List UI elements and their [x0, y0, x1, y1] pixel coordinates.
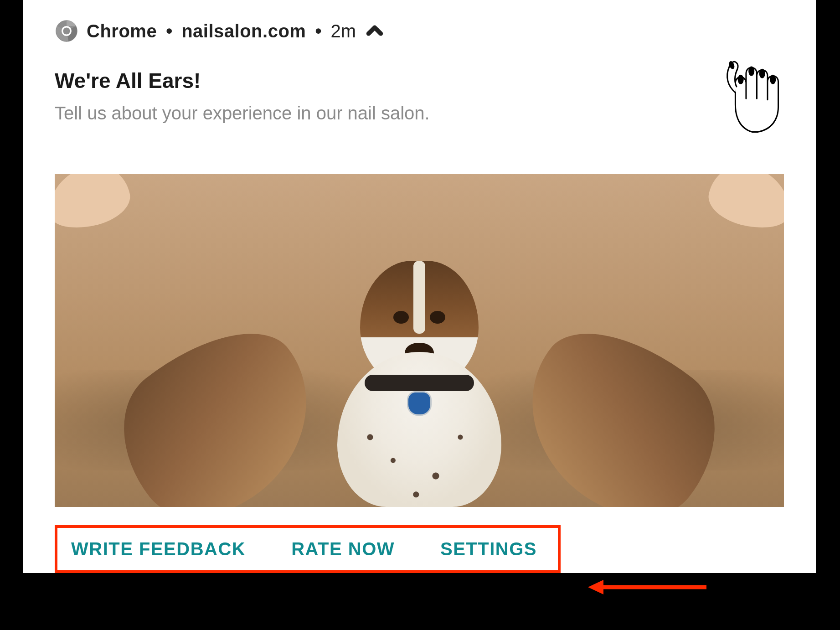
notification-header: Chrome • nailsalon.com • 2m	[23, 19, 816, 43]
separator-dot: •	[166, 21, 172, 41]
rate-now-button[interactable]: RATE NOW	[291, 539, 395, 559]
svg-point-5	[738, 75, 744, 84]
settings-button[interactable]: SETTINGS	[440, 539, 537, 559]
separator-dot: •	[315, 21, 321, 41]
notification-subtitle: Tell us about your experience in our nai…	[55, 103, 716, 124]
notification-body: We're All Ears! Tell us about your exper…	[23, 43, 816, 133]
svg-point-6	[748, 67, 754, 76]
notification-title: We're All Ears!	[55, 68, 716, 93]
svg-point-4	[63, 27, 70, 34]
site-name-label: nailsalon.com	[181, 21, 306, 41]
notification-card: Chrome • nailsalon.com • 2m We're All Ea…	[23, 0, 816, 573]
chevron-up-icon[interactable]	[364, 21, 385, 41]
action-buttons-highlight-box: WRITE FEEDBACK RATE NOW SETTINGS	[55, 525, 561, 573]
nail-hand-logo-icon	[716, 56, 788, 133]
svg-point-7	[759, 69, 765, 78]
svg-marker-11	[588, 580, 603, 594]
app-name-label: Chrome	[87, 21, 157, 41]
arrow-left-icon	[588, 578, 706, 596]
write-feedback-button[interactable]: WRITE FEEDBACK	[71, 539, 246, 559]
notification-hero-image	[55, 174, 784, 507]
time-label: 2m	[330, 21, 356, 41]
chrome-icon	[55, 19, 78, 43]
svg-point-8	[770, 75, 776, 84]
